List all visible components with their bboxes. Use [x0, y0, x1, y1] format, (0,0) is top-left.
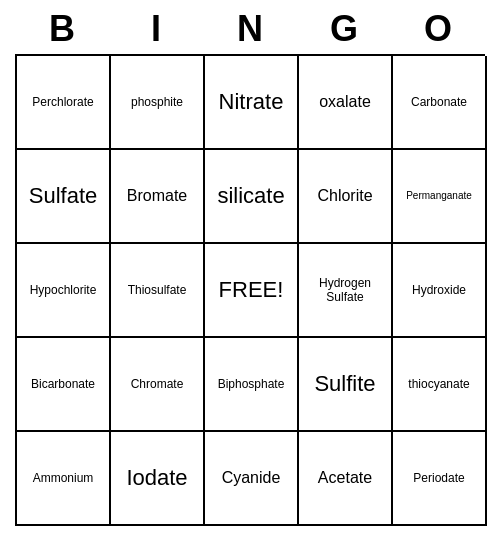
cell-r4-c0: Ammonium — [17, 432, 111, 526]
cell-r4-c3: Acetate — [299, 432, 393, 526]
cell-text: Bicarbonate — [31, 377, 95, 391]
cell-r2-c4: Hydroxide — [393, 244, 487, 338]
cell-r2-c0: Hypochlorite — [17, 244, 111, 338]
cell-text: silicate — [217, 183, 284, 209]
cell-text: Acetate — [318, 468, 372, 487]
bingo-letter: N — [205, 8, 295, 50]
cell-r3-c4: thiocyanate — [393, 338, 487, 432]
cell-text: Sulfate — [29, 183, 98, 209]
cell-text: Chlorite — [317, 186, 372, 205]
cell-r0-c1: phosphite — [111, 56, 205, 150]
cell-r4-c2: Cyanide — [205, 432, 299, 526]
cell-r1-c4: Permanganate — [393, 150, 487, 244]
cell-text: Hydrogen Sulfate — [303, 276, 387, 305]
cell-r3-c2: Biphosphate — [205, 338, 299, 432]
cell-text: phosphite — [131, 95, 183, 109]
cell-r2-c3: Hydrogen Sulfate — [299, 244, 393, 338]
cell-r4-c1: Iodate — [111, 432, 205, 526]
cell-r0-c2: Nitrate — [205, 56, 299, 150]
cell-r1-c3: Chlorite — [299, 150, 393, 244]
bingo-letter: G — [299, 8, 389, 50]
cell-r3-c3: Sulfite — [299, 338, 393, 432]
cell-text: Hydroxide — [412, 283, 466, 297]
cell-text: thiocyanate — [408, 377, 469, 391]
cell-text: Perchlorate — [32, 95, 93, 109]
cell-text: Hypochlorite — [30, 283, 97, 297]
bingo-header: BINGO — [15, 0, 485, 54]
cell-text: Nitrate — [219, 89, 284, 115]
bingo-letter: O — [393, 8, 483, 50]
cell-text: Permanganate — [406, 190, 472, 202]
cell-r1-c1: Bromate — [111, 150, 205, 244]
cell-text: Cyanide — [222, 468, 281, 487]
cell-r4-c4: Periodate — [393, 432, 487, 526]
cell-text: Biphosphate — [218, 377, 285, 391]
cell-text: Iodate — [126, 465, 187, 491]
cell-r1-c2: silicate — [205, 150, 299, 244]
bingo-letter: B — [17, 8, 107, 50]
cell-text: Thiosulfate — [128, 283, 187, 297]
cell-r2-c2: FREE! — [205, 244, 299, 338]
cell-text: FREE! — [219, 277, 284, 303]
cell-text: Sulfite — [314, 371, 375, 397]
cell-text: Chromate — [131, 377, 184, 391]
cell-text: Bromate — [127, 186, 187, 205]
bingo-letter: I — [111, 8, 201, 50]
bingo-grid: PerchloratephosphiteNitrateoxalateCarbon… — [15, 54, 485, 526]
cell-text: oxalate — [319, 92, 371, 111]
cell-text: Carbonate — [411, 95, 467, 109]
cell-r0-c0: Perchlorate — [17, 56, 111, 150]
cell-r0-c3: oxalate — [299, 56, 393, 150]
cell-text: Periodate — [413, 471, 464, 485]
cell-r3-c0: Bicarbonate — [17, 338, 111, 432]
cell-text: Ammonium — [33, 471, 94, 485]
cell-r0-c4: Carbonate — [393, 56, 487, 150]
cell-r1-c0: Sulfate — [17, 150, 111, 244]
cell-r3-c1: Chromate — [111, 338, 205, 432]
cell-r2-c1: Thiosulfate — [111, 244, 205, 338]
